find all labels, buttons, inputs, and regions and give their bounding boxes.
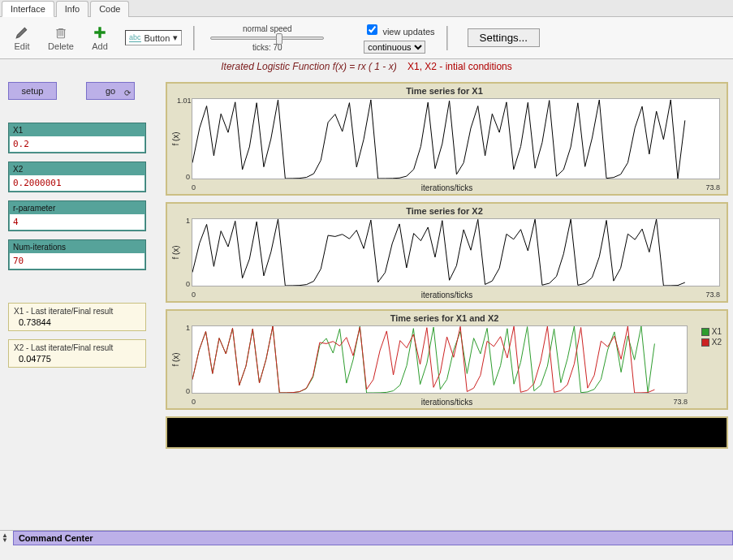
swatch-green [701,328,709,336]
plot-both-ymin: 0 [177,387,190,395]
view-strip [166,416,728,449]
plus-icon [93,25,107,40]
x2-result-value: 0.04775 [14,352,140,364]
legend-label-x1: X1 [712,327,722,336]
widget-type-value: Button [144,33,170,43]
x2-input[interactable] [10,175,144,191]
plot-x1: Time series for X1 f (x) 1.01 0 0 iterat… [166,82,728,196]
x2-input-box: X2 [8,162,146,192]
plot-x1-ymax: 1.01 [177,97,190,105]
view-updates-group: view updates continuous [364,22,434,54]
view-updates-label: view updates [382,27,434,37]
view-mode-select[interactable]: continuous [364,41,425,54]
plot-x1-xmin: 0 [192,183,196,192]
x1-input[interactable] [10,136,144,152]
legend-label-x2: X2 [712,338,722,347]
toolbar: Edit Delete Add abc Button ▾ normal spee… [0,17,733,59]
x1-result-box: X1 - Last iterate/Final result 0.73844 [8,303,146,331]
plot-x1-ylab: f (x) [171,131,180,145]
legend-item-x1: X1 [701,327,722,336]
add-tool[interactable]: Add [86,25,114,51]
pencil-icon [15,25,29,40]
plot-both-ylab: f (x) [171,352,180,366]
add-label: Add [92,41,108,51]
delete-label: Delete [48,41,74,51]
delete-tool[interactable]: Delete [47,25,75,51]
n-label: Num-iterations [10,243,144,253]
n-input-box: Num-iterations [8,239,146,270]
x1-result-label: X1 - Last iterate/Final result [14,307,140,316]
plot-x2-xmin: 0 [192,291,196,299]
trash-icon [54,25,68,40]
plot-both-legend: X1 X2 [701,327,722,348]
charts-panel: Time series for X1 f (x) 1.01 0 0 iterat… [166,82,728,449]
plot-x2-area [192,218,720,286]
command-center-bar: ▲▼ Command Center [0,530,733,545]
plot-both-svg [192,326,687,393]
go-button[interactable]: go [86,82,135,100]
plot-both-xlab: iterations/ticks [421,398,472,407]
tab-bar: Interface Info Code [0,0,733,17]
speed-slider[interactable]: normal speed ticks: 70 [206,24,328,52]
r-input-box: r-parameter [8,200,146,231]
x2-label: X2 [10,165,144,175]
x1-label: X1 [10,126,144,136]
slider-thumb[interactable] [276,33,282,45]
expand-arrows-icon[interactable]: ▲▼ [0,532,10,545]
x1-result-value: 0.73844 [14,316,140,327]
settings-button[interactable]: Settings... [468,28,540,47]
widget-type-select[interactable]: abc Button ▾ [125,30,182,45]
left-panel: setup go X1 X2 r-parameter Num-iteration… [5,64,159,449]
tab-info[interactable]: Info [56,1,88,17]
r-input[interactable] [10,214,144,230]
edit-label: Edit [15,41,30,51]
plot-x1-title: Time series for X1 [169,85,720,97]
plot-x1-ymin: 0 [177,173,190,181]
plot-x2-svg [192,219,719,286]
tab-interface[interactable]: Interface [2,1,54,17]
plot-both-xmin: 0 [192,398,196,406]
plot-x1-xlab: iterations/ticks [421,183,472,192]
plot-x2: Time series for X2 f (x) 1 0 0 iteration… [166,202,728,303]
setup-button[interactable]: setup [8,82,57,100]
swatch-red [701,338,709,347]
plot-x2-title: Time series for X2 [169,205,720,217]
r-label: r-parameter [10,204,144,214]
main-area: Iterated Logistic Function f(x) = rx ( 1… [0,59,733,454]
x1-input-box: X1 [8,123,146,153]
n-input[interactable] [10,253,144,269]
plot-both-title: Time series for X1 and X2 [169,312,720,324]
plot-x1-area [192,98,720,179]
slider-track[interactable] [210,37,324,40]
plot-x2-ymin: 0 [177,280,190,288]
view-updates-checkbox[interactable]: view updates [364,22,434,37]
legend-item-x2: X2 [701,338,722,347]
speed-label: normal speed [243,24,292,33]
plot-x2-xlab: iterations/ticks [421,291,472,299]
model-title-right: X1, X2 - intial conditions [407,61,512,72]
plot-both-xmax: 73.8 [673,398,688,406]
plot-x1-svg [192,99,719,179]
abc-prefix: abc [129,33,141,42]
control-buttons: setup go [8,82,159,100]
model-title-left: Iterated Logistic Function f(x) = rx ( 1… [221,61,396,72]
plot-x1-xmax: 73.8 [705,183,720,192]
chevron-down-icon: ▾ [173,32,178,43]
x2-result-label: X2 - Last iterate/Final result [14,343,140,352]
divider [193,26,195,50]
edit-tool[interactable]: Edit [8,25,36,51]
command-center-title[interactable]: Command Center [13,531,733,545]
tab-code[interactable]: Code [90,1,129,17]
x2-result-box: X2 - Last iterate/Final result 0.04775 [8,339,146,368]
plot-both-area [192,325,688,394]
plot-both-ymax: 1 [177,324,190,332]
plot-x2-ylab: f (x) [171,245,180,259]
plot-x2-xmax: 73.8 [705,291,720,299]
plot-x2-ymax: 1 [177,217,190,225]
divider [446,26,448,50]
plot-both: Time series for X1 and X2 f (x) 1 0 X1 X… [166,309,728,410]
